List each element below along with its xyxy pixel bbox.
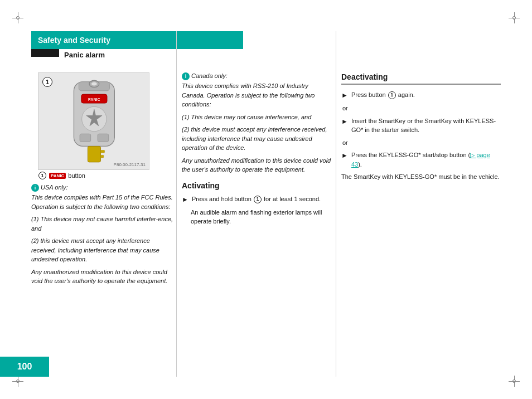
canada-item2: (2) this device must accept any interfer… bbox=[182, 125, 331, 153]
info-icon-canada: i bbox=[182, 72, 190, 80]
canada-header-text: Canada only: bbox=[191, 72, 228, 79]
svg-rect-9 bbox=[98, 134, 109, 142]
header-bar: Safety and Security bbox=[31, 31, 243, 49]
deactivating-step2-text: Insert the SmartKey or the SmartKey with… bbox=[351, 116, 501, 135]
image-caption: 1 PANIC button bbox=[38, 172, 85, 179]
col-divider-right bbox=[336, 31, 336, 377]
canada-header-row: i Canada only: bbox=[182, 72, 331, 80]
canada-body: This device complies with RSS-210 of Ind… bbox=[182, 81, 331, 109]
arrow-icon-d1: ► bbox=[341, 90, 348, 100]
key-fob-svg: PANIC bbox=[49, 77, 138, 166]
right-column: Deactivating ► Press button 1 again. or … bbox=[341, 72, 501, 185]
page-43-link[interactable]: ▷ page 43 bbox=[351, 152, 490, 168]
corner-mark-tr bbox=[506, 10, 522, 26]
activating-step1-text: Press and hold button 1 for at least 1 s… bbox=[192, 194, 321, 204]
corner-mark-tl bbox=[10, 10, 26, 26]
corner-mark-br bbox=[506, 373, 522, 389]
usa-header-text: USA only: bbox=[41, 184, 68, 191]
arrow-icon-d2: ► bbox=[341, 116, 348, 126]
activating-note: An audible alarm and flashing exterior l… bbox=[191, 208, 331, 226]
usa-body: This device complies with Part 15 of the… bbox=[31, 193, 176, 211]
usa-header: i USA only: bbox=[31, 184, 176, 192]
header-title: Safety and Security bbox=[38, 36, 110, 45]
svg-text:PANIC: PANIC bbox=[88, 97, 100, 101]
deactivating-title: Deactivating bbox=[341, 72, 501, 85]
svg-rect-8 bbox=[80, 134, 91, 142]
activating-title: Activating bbox=[182, 181, 331, 190]
deactivating-step2: ► Insert the SmartKey or the SmartKey wi… bbox=[341, 116, 501, 135]
svg-rect-12 bbox=[100, 155, 103, 157]
key-image: PANIC P80.00-2117-31 bbox=[38, 72, 149, 170]
col-divider-left bbox=[176, 31, 177, 377]
svg-rect-10 bbox=[88, 146, 100, 162]
svg-rect-11 bbox=[100, 150, 104, 152]
arrow-icon-d3: ► bbox=[341, 150, 348, 160]
canada-note: Any unauthorized modification to this de… bbox=[182, 156, 331, 174]
canada-item1: (1) This device may not cause interferen… bbox=[182, 113, 331, 122]
section-label: Panic alarm bbox=[64, 51, 105, 59]
deactivating-step3-text: Press the KEYLESS-GO* start/stop button … bbox=[351, 150, 501, 169]
deactivating-step3: ► Press the KEYLESS-GO* start/stop butto… bbox=[341, 150, 501, 169]
panic-badge: PANIC bbox=[49, 173, 66, 179]
image-label-1: 1 bbox=[42, 77, 52, 87]
caption-text: button bbox=[68, 172, 85, 179]
arrow-icon-1: ► bbox=[182, 194, 188, 205]
svg-point-3 bbox=[91, 81, 98, 85]
image-code: P80.00-2117-31 bbox=[114, 162, 146, 167]
usa-note: Any unauthorized modification to this de… bbox=[31, 267, 176, 286]
or-text-2: or bbox=[342, 138, 501, 148]
d1-circle: 1 bbox=[388, 91, 396, 99]
deactivating-step1-text: Press button 1 again. bbox=[351, 90, 415, 100]
page-number-block: 100 bbox=[0, 357, 49, 377]
info-icon-usa: i bbox=[31, 184, 39, 192]
or-text-1: or bbox=[342, 104, 501, 113]
caption-circle-1: 1 bbox=[38, 172, 46, 179]
left-column: i USA only: This device complies with Pa… bbox=[31, 184, 176, 289]
deactivating-step1: ► Press button 1 again. bbox=[341, 90, 501, 100]
deactivating-note: The SmartKey with KEYLESS-GO* must be in… bbox=[341, 172, 501, 182]
usa-item2: (2) this device must accept any interfer… bbox=[31, 236, 176, 264]
usa-item1: (1) This device may not cause harmful in… bbox=[31, 215, 176, 233]
step1-circle: 1 bbox=[254, 196, 262, 203]
activating-step1: ► Press and hold button 1 for at least 1… bbox=[182, 194, 331, 205]
mid-column: i Canada only: This device complies with… bbox=[182, 72, 331, 230]
sub-header-bar bbox=[31, 49, 59, 57]
page-number: 100 bbox=[17, 362, 32, 372]
